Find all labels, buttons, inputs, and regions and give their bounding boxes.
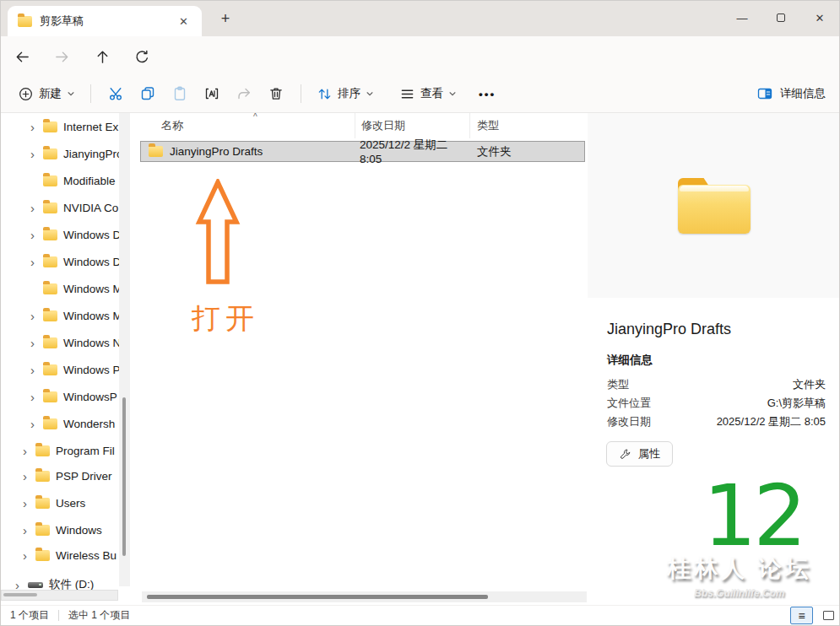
- chevron-right-icon[interactable]: [28, 391, 37, 403]
- column-header-name[interactable]: 名称: [138, 113, 355, 138]
- chevron-right-icon[interactable]: [20, 549, 30, 562]
- sort-button[interactable]: 排序: [310, 81, 381, 107]
- details-pane-toggle[interactable]: 详细信息: [756, 85, 826, 102]
- properties-button-label: 属性: [638, 446, 660, 461]
- chevron-right-icon[interactable]: [20, 524, 30, 537]
- wrench-icon: [619, 448, 631, 461]
- sidebar-item[interactable]: Windows: [1, 516, 120, 543]
- toolbar-separator: [90, 84, 91, 103]
- sidebar-item[interactable]: Windows D: [1, 248, 120, 275]
- sidebar-item[interactable]: Modifiable: [1, 167, 120, 194]
- share-icon: [236, 85, 252, 102]
- folder-icon: [43, 148, 57, 159]
- file-row-selected[interactable]: JianyingPro Drafts 2025/12/2 星期二 8:05 文件…: [140, 141, 585, 162]
- detail-value: G:\剪影草稿: [767, 396, 826, 411]
- chevron-down-icon: [67, 89, 75, 98]
- chevron-right-icon[interactable]: [28, 418, 37, 430]
- list-view-button[interactable]: ≡: [790, 607, 813, 624]
- sidebar-item[interactable]: Wondersh: [1, 410, 120, 437]
- share-button[interactable]: [228, 85, 260, 102]
- detail-label: 类型: [607, 377, 629, 392]
- delete-button[interactable]: [260, 85, 292, 102]
- scrollbar-thumb[interactable]: [3, 593, 37, 596]
- new-tab-button[interactable]: +: [214, 8, 237, 30]
- sidebar-item[interactable]: Users: [1, 489, 120, 516]
- large-icons-view-button[interactable]: [819, 607, 837, 624]
- sidebar-vertical-scrollbar[interactable]: [119, 113, 130, 586]
- properties-button[interactable]: 属性: [606, 441, 673, 467]
- sidebar-item[interactable]: Windows N: [1, 329, 120, 356]
- sidebar-item[interactable]: JianyingPro: [1, 140, 120, 167]
- chevron-right-icon[interactable]: [28, 310, 37, 322]
- folder-icon: [43, 337, 57, 348]
- up-button[interactable]: [93, 47, 111, 66]
- close-button[interactable]: ✕: [800, 1, 839, 35]
- refresh-icon: [134, 49, 150, 65]
- column-header-date[interactable]: 修改日期: [355, 113, 470, 138]
- details-pane-label: 详细信息: [780, 86, 826, 101]
- file-list-horizontal-scrollbar[interactable]: [142, 591, 587, 602]
- toolbar-separator: [301, 84, 301, 103]
- sidebar-item[interactable]: Program Fil: [1, 437, 120, 464]
- folder-icon: [43, 391, 57, 402]
- chevron-right-icon[interactable]: [28, 121, 37, 133]
- sidebar-item-label: Windows N: [63, 337, 120, 349]
- tab-close-icon[interactable]: ✕: [176, 14, 192, 29]
- chevron-right-icon[interactable]: [28, 148, 37, 160]
- chevron-right-icon[interactable]: [28, 229, 37, 241]
- sidebar-horizontal-scrollbar[interactable]: [1, 590, 118, 601]
- paste-button[interactable]: [164, 85, 196, 102]
- scrollbar-thumb[interactable]: [122, 397, 126, 556]
- new-button[interactable]: 新建: [11, 81, 82, 107]
- chevron-right-icon[interactable]: [20, 470, 30, 483]
- tab-bar: 剪影草稿 ✕ + — ✕: [1, 1, 839, 36]
- chevron-right-icon[interactable]: [28, 256, 37, 268]
- folder-icon: [43, 364, 57, 375]
- file-date: 2025/12/2 星期二 8:05: [355, 138, 470, 165]
- details-pane: JianyingPro Drafts 详细信息 类型 文件夹 文件位置 G:\剪…: [588, 113, 840, 605]
- folder-icon: [35, 550, 50, 561]
- view-toggle-buttons: ≡: [790, 607, 837, 624]
- cut-button[interactable]: [100, 85, 132, 102]
- annotation-up-arrow: [194, 179, 241, 285]
- sidebar-item[interactable]: Wireless Bu: [1, 542, 120, 569]
- view-button-label: 查看: [420, 86, 443, 101]
- sidebar-item[interactable]: PSP Driver: [1, 462, 120, 489]
- column-header-type[interactable]: 类型: [470, 113, 587, 138]
- copy-button[interactable]: [132, 85, 164, 102]
- refresh-button[interactable]: [133, 47, 151, 66]
- sort-ascending-icon[interactable]: ^: [253, 112, 257, 121]
- rename-button[interactable]: [196, 85, 228, 102]
- sidebar-item[interactable]: Windows P: [1, 356, 120, 383]
- folder-icon: [35, 471, 50, 482]
- chevron-right-icon[interactable]: [20, 497, 30, 510]
- more-options-button[interactable]: •••: [472, 83, 502, 105]
- detail-value: 文件夹: [793, 377, 826, 392]
- detail-label: 文件位置: [607, 396, 651, 411]
- folder-icon: [149, 146, 163, 157]
- chevron-down-icon: [448, 89, 457, 98]
- active-tab[interactable]: 剪影草稿 ✕: [8, 6, 202, 36]
- view-button[interactable]: 查看: [393, 81, 463, 107]
- chevron-right-icon[interactable]: [28, 202, 37, 214]
- chevron-right-icon[interactable]: [28, 364, 37, 376]
- sidebar-item[interactable]: NVIDIA Co: [1, 194, 120, 221]
- explorer-window: 剪影草稿 ✕ + — ✕ 此电脑 影视 (G:: [0, 0, 840, 626]
- sidebar-item[interactable]: Windows M: [1, 275, 120, 302]
- folder-icon: [43, 229, 57, 240]
- sidebar-item[interactable]: Windows D: [1, 221, 120, 248]
- back-button[interactable]: [13, 47, 31, 66]
- sidebar-item[interactable]: WindowsP: [1, 383, 120, 410]
- plus-circle-icon: [18, 86, 34, 102]
- paste-icon: [171, 85, 188, 102]
- forward-button[interactable]: [52, 47, 71, 66]
- maximize-button[interactable]: [761, 1, 800, 35]
- sidebar-item[interactable]: Windows M: [1, 302, 120, 329]
- sidebar-item[interactable]: Internet Ex: [1, 113, 120, 140]
- minimize-button[interactable]: —: [723, 1, 761, 35]
- detail-value: 2025/12/2 星期二 8:05: [717, 414, 826, 429]
- chevron-right-icon[interactable]: [28, 337, 37, 349]
- sidebar-item-label: Windows M: [63, 283, 120, 295]
- chevron-right-icon[interactable]: [20, 445, 30, 457]
- scrollbar-thumb[interactable]: [147, 595, 488, 599]
